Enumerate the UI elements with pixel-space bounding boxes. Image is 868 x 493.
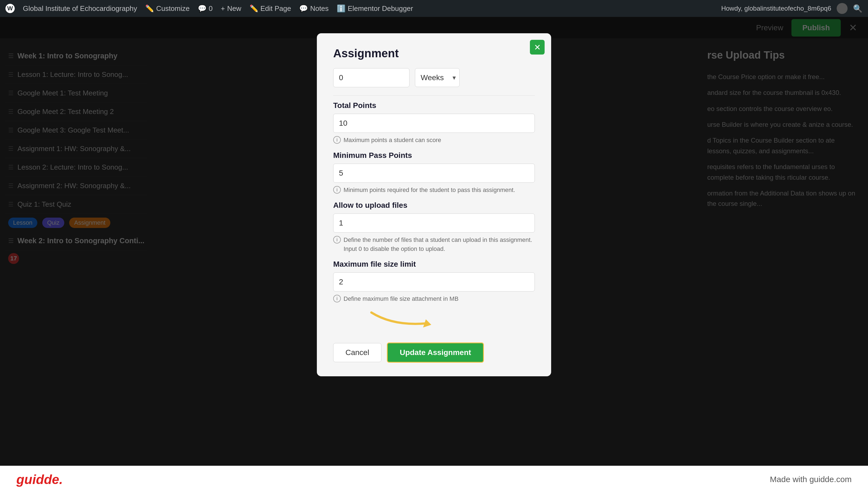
howdy-text: Howdy, globalinstituteofecho_8m6pq6: [721, 5, 831, 12]
max-file-size-input[interactable]: [333, 273, 535, 292]
min-pass-points-input[interactable]: [333, 164, 535, 183]
new-item[interactable]: + New: [221, 4, 241, 13]
allow-upload-label: Allow to upload files: [333, 201, 535, 210]
allow-upload-field: Allow to upload files i Define the numbe…: [333, 201, 535, 253]
edit-page-label: Edit Page: [260, 4, 291, 13]
notes-icon: 💬: [299, 4, 308, 13]
arrow-svg: [366, 310, 448, 331]
notes-item[interactable]: 💬 Notes: [299, 4, 328, 13]
allow-upload-input[interactable]: [333, 214, 535, 233]
max-file-size-field: Maximum file size limit i Define maximum…: [333, 260, 535, 303]
edit-icon: ✏️: [250, 4, 258, 13]
pencil-icon: ✏️: [145, 4, 154, 13]
site-title-item[interactable]: Global Institute of Echocardiography: [23, 4, 137, 13]
customize-item[interactable]: ✏️ Customize: [145, 4, 190, 13]
admin-bar: W Global Institute of Echocardiography ✏…: [0, 0, 868, 17]
assignment-modal: ✕ Assignment Weeks Days Months Total Poi…: [317, 33, 551, 376]
min-pass-points-label: Minimum Pass Points: [333, 151, 535, 160]
elementor-debugger-label: Elementor Debugger: [348, 4, 413, 13]
min-pass-points-field: Minimum Pass Points i Minimum points req…: [333, 151, 535, 194]
plus-icon: +: [221, 4, 225, 13]
comments-item[interactable]: 💬 0: [198, 4, 212, 13]
duration-unit-wrapper: Weeks Days Months: [415, 68, 460, 87]
site-title: Global Institute of Echocardiography: [23, 4, 137, 13]
edit-page-item[interactable]: ✏️ Edit Page: [250, 4, 291, 13]
guidde-logo: guidde.: [16, 472, 63, 487]
elementor-debugger-item[interactable]: ℹ️ Elementor Debugger: [337, 4, 413, 13]
made-with-text: Made with guidde.com: [770, 475, 852, 484]
allow-upload-hint: i Define the number of files that a stud…: [333, 235, 535, 253]
min-pass-points-hint: i Minimum points required for the studen…: [333, 186, 535, 194]
cancel-button[interactable]: Cancel: [333, 343, 382, 362]
customize-label: Customize: [156, 4, 190, 13]
total-points-input[interactable]: [333, 114, 535, 133]
arrow-annotation-area: [333, 310, 535, 331]
max-file-size-hint: i Define maximum file size attachment in…: [333, 294, 535, 303]
admin-bar-right: Howdy, globalinstituteofecho_8m6pq6 🔍: [721, 3, 863, 14]
total-points-hint: i Maximum points a student can score: [333, 135, 535, 145]
search-icon[interactable]: 🔍: [853, 4, 863, 13]
max-file-size-label: Maximum file size limit: [333, 260, 535, 269]
comments-count: 0: [209, 4, 212, 13]
info-icon: i: [333, 236, 341, 243]
total-points-field: Total Points i Maximum points a student …: [333, 101, 535, 145]
guidde-footer: guidde. Made with guidde.com: [0, 466, 868, 493]
total-points-label: Total Points: [333, 101, 535, 110]
comments-icon: 💬: [198, 4, 206, 13]
update-assignment-button[interactable]: Update Assignment: [387, 342, 484, 363]
modal-title: Assignment: [333, 47, 535, 60]
avatar[interactable]: [837, 3, 848, 14]
duration-row: Weeks Days Months: [333, 68, 535, 87]
duration-unit-select[interactable]: Weeks Days Months: [415, 68, 460, 87]
info-icon: i: [333, 186, 341, 194]
notes-label: Notes: [310, 4, 328, 13]
wp-logo-item[interactable]: W: [5, 4, 15, 13]
modal-close-button[interactable]: ✕: [530, 40, 545, 55]
duration-value-input[interactable]: [333, 68, 410, 87]
new-label: New: [227, 4, 242, 13]
info-icon: i: [333, 295, 341, 302]
modal-footer: Cancel Update Assignment: [333, 342, 535, 363]
info-icon: ℹ️: [337, 4, 345, 13]
editor-bg: Preview Publish ✕ GIE ☰ Week 1: Intro to…: [0, 17, 868, 493]
divider1: [333, 95, 535, 96]
info-icon: i: [333, 136, 341, 144]
wp-logo: W: [5, 4, 15, 13]
modal-overlay: ✕ Assignment Weeks Days Months Total Poi…: [0, 17, 868, 493]
